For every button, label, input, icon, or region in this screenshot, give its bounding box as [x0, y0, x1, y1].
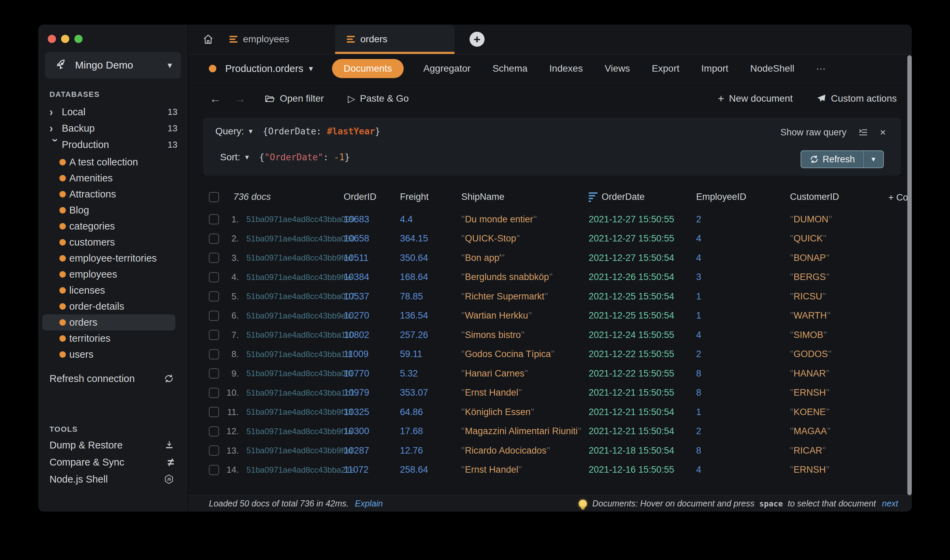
row-checkbox[interactable]: [209, 291, 219, 302]
view-tab[interactable]: Schema: [490, 60, 530, 77]
row-checkbox[interactable]: [209, 407, 219, 417]
refresh-split-button[interactable]: Refresh ▾: [800, 151, 884, 168]
sidebar-collection-item[interactable]: order-details: [42, 298, 176, 314]
view-tab[interactable]: ···: [814, 60, 828, 77]
close-icon[interactable]: ×: [880, 126, 886, 138]
next-tip-link[interactable]: next: [882, 498, 898, 509]
refresh-button[interactable]: Refresh: [801, 151, 863, 168]
nodejs-shell-tool[interactable]: Node.js Shell JS: [38, 471, 188, 488]
row-checkbox[interactable]: [209, 368, 219, 378]
column-header-orderid[interactable]: OrderID: [344, 192, 400, 202]
sidebar-collection-item[interactable]: orders: [42, 314, 176, 331]
table-row[interactable]: 3. 51ba0971ae4ad8cc43bb9fed 10511 350.64…: [188, 248, 912, 268]
row-checkbox[interactable]: [209, 349, 219, 360]
paste-and-go-button[interactable]: ▷ Paste & Go: [348, 93, 409, 105]
row-checkbox[interactable]: [209, 253, 219, 263]
table-row[interactable]: 13. 51ba0971ae4ad8cc43bb9f0d 10287 12.76…: [188, 441, 912, 460]
table-row[interactable]: 10. 51ba0971ae4ad8cc43bba1c1 10979 353.0…: [188, 383, 912, 403]
sidebar-collection-item[interactable]: licenses: [42, 282, 176, 298]
table-row[interactable]: 12. 51ba0971ae4ad8cc43bb9f1a 10300 17.68…: [188, 422, 912, 441]
custom-actions-button[interactable]: Custom actions: [817, 93, 897, 104]
document-id[interactable]: 51ba0971ae4ad8cc43bba1c1: [246, 388, 344, 398]
table-row[interactable]: 14. 51ba0971ae4ad8cc43bba21e 11072 258.6…: [188, 460, 912, 480]
sidebar-item-backup-db[interactable]: › Backup 13: [38, 120, 188, 137]
query-input[interactable]: {OrderDate: #lastYear}: [263, 126, 380, 137]
refresh-connection-button[interactable]: Refresh connection: [38, 370, 188, 387]
row-checkbox[interactable]: [209, 388, 219, 398]
document-id[interactable]: 51ba0971ae4ad8cc43bba21e: [246, 465, 344, 475]
row-checkbox[interactable]: [209, 445, 219, 455]
document-id[interactable]: 51ba0971ae4ad8cc43bba0f0: [246, 369, 344, 378]
sidebar-collection-item[interactable]: territories: [42, 331, 176, 346]
row-checkbox[interactable]: [209, 330, 219, 340]
select-all-checkbox[interactable]: [209, 192, 219, 202]
sidebar-collection-item[interactable]: users: [42, 346, 176, 363]
collection-tab[interactable]: orders: [335, 25, 455, 54]
table-row[interactable]: 11. 51ba0971ae4ad8cc43bb9f33 10325 64.86…: [188, 402, 912, 422]
row-checkbox[interactable]: [209, 214, 219, 225]
new-document-button[interactable]: + New document: [718, 92, 793, 105]
table-row[interactable]: 4. 51ba0971ae4ad8cc43bb9f6e 10384 168.64…: [188, 268, 912, 287]
document-id[interactable]: 51ba0971ae4ad8cc43bb9efc: [246, 311, 344, 321]
table-row[interactable]: 2. 51ba0971ae4ad8cc43bba080 10658 364.15…: [188, 229, 912, 249]
show-raw-query-button[interactable]: Show raw query: [780, 127, 847, 138]
collection-tab[interactable]: employees: [218, 25, 330, 54]
sidebar-item-production-db[interactable]: › Production 13: [38, 137, 188, 153]
connection-selector[interactable]: Mingo Demo ▾: [45, 52, 181, 78]
table-row[interactable]: 7. 51ba0971ae4ad8cc43bba110 10802 257.26…: [188, 325, 912, 345]
column-header-freight[interactable]: Freight: [400, 192, 461, 202]
document-id[interactable]: 51ba0971ae4ad8cc43bba007: [246, 292, 344, 301]
view-tab[interactable]: Indexes: [547, 60, 585, 77]
sidebar-collection-item[interactable]: Blog: [42, 202, 176, 218]
sidebar-collection-item[interactable]: employees: [42, 266, 176, 282]
vertical-scrollbar[interactable]: [907, 55, 912, 495]
dump-restore-tool[interactable]: Dump & Restore: [38, 437, 188, 454]
new-tab-button[interactable]: +: [470, 32, 484, 47]
open-filter-button[interactable]: Open filter: [265, 93, 324, 104]
table-row[interactable]: 6. 51ba0971ae4ad8cc43bb9efc 10270 136.54…: [188, 306, 912, 326]
row-checkbox[interactable]: [209, 234, 219, 244]
chevron-down-icon[interactable]: ▾: [249, 127, 253, 136]
explain-link[interactable]: Explain: [355, 498, 383, 509]
view-tab[interactable]: NodeShell: [748, 60, 796, 77]
table-row[interactable]: 8. 51ba0971ae4ad8cc43bba1df 11009 59.11 …: [188, 345, 912, 364]
document-id[interactable]: 51ba0971ae4ad8cc43bba099: [246, 214, 344, 224]
sidebar-collection-item[interactable]: customers: [42, 234, 176, 250]
document-id[interactable]: 51ba0971ae4ad8cc43bba110: [246, 330, 344, 340]
row-checkbox[interactable]: [209, 465, 219, 475]
table-row[interactable]: 9. 51ba0971ae4ad8cc43bba0f0 10770 5.32 H…: [188, 364, 912, 383]
minimize-window-button[interactable]: [61, 35, 69, 43]
document-id[interactable]: 51ba0971ae4ad8cc43bba080: [246, 234, 344, 243]
sidebar-collection-item[interactable]: categories: [42, 218, 176, 234]
column-header-orderdate[interactable]: OrderDate: [589, 192, 696, 202]
sidebar-collection-item[interactable]: employee-territories: [42, 250, 176, 266]
sort-input[interactable]: {"OrderDate": -1}: [259, 152, 350, 162]
document-id[interactable]: 51ba0971ae4ad8cc43bb9f0d: [246, 446, 344, 455]
document-id[interactable]: 51ba0971ae4ad8cc43bb9f1a: [246, 427, 344, 436]
refresh-options-button[interactable]: ▾: [863, 151, 883, 168]
row-checkbox[interactable]: [209, 426, 219, 437]
row-checkbox[interactable]: [209, 272, 219, 282]
sidebar-collection-item[interactable]: A test collection: [42, 154, 176, 170]
document-id[interactable]: 51ba0971ae4ad8cc43bba1df: [246, 349, 344, 359]
view-tab[interactable]: Import: [699, 60, 730, 77]
forward-button[interactable]: →: [234, 92, 259, 105]
column-header-shipname[interactable]: ShipName: [461, 192, 589, 202]
view-tab[interactable]: Aggregator: [421, 60, 473, 77]
close-window-button[interactable]: [48, 35, 56, 43]
view-tab[interactable]: Documents: [332, 59, 404, 78]
home-button[interactable]: [199, 25, 218, 54]
compare-sync-tool[interactable]: Compare & Sync ≠: [38, 454, 188, 471]
view-tab[interactable]: Views: [603, 60, 632, 77]
sidebar-item-local-db[interactable]: › Local 13: [38, 104, 188, 120]
column-header-employeeid[interactable]: EmployeeID: [696, 192, 790, 202]
view-tab[interactable]: Export: [650, 60, 682, 77]
document-id[interactable]: 51ba0971ae4ad8cc43bb9f6e: [246, 272, 344, 282]
maximize-window-button[interactable]: [74, 35, 83, 43]
document-id[interactable]: 51ba0971ae4ad8cc43bb9fed: [246, 253, 344, 263]
console-icon[interactable]: [858, 127, 868, 137]
namespace-selector[interactable]: Production.orders ▾: [209, 63, 313, 74]
document-id[interactable]: 51ba0971ae4ad8cc43bb9f33: [246, 407, 344, 417]
row-checkbox[interactable]: [209, 311, 219, 321]
sidebar-collection-item[interactable]: Amenities: [42, 170, 176, 186]
